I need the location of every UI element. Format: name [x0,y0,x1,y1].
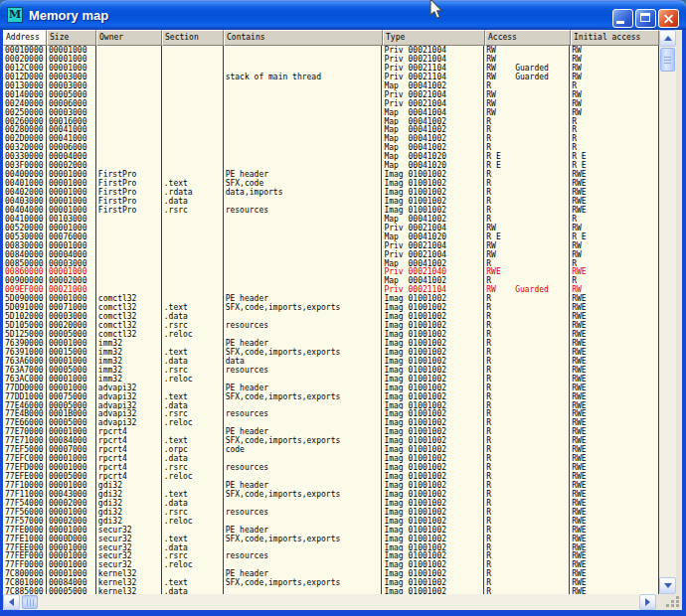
table-row[interactable]: 77E4B000 0001B000 advapi32 .rsrc resourc… [3,409,658,418]
table-row[interactable]: 77FEF000 00001000 secur32 .rsrc resource… [3,551,658,560]
cell-type: Imag 01001002 [382,578,484,587]
table-row[interactable]: 00400000 00001000 FirstPro PE header Ima… [3,170,658,179]
table-row[interactable]: 77EFE000 00005000 rpcrt4 .reloc Imag 010… [3,472,658,481]
scroll-left-button[interactable] [3,594,20,610]
table-row[interactable]: 7C801000 00084000 kernel32 .text SFX,cod… [3,578,658,587]
table-row[interactable]: 00020000 00001000 Priv 00021004 RW RW [3,55,658,64]
table-row[interactable]: 77FF0000 00001000 secur32 .reloc Imag 01… [3,560,658,569]
table-row[interactable]: 77F57000 00002000 gdi32 .reloc Imag 0100… [3,517,658,526]
table-row[interactable]: 5D091000 00071000 comctl32 .text SFX,cod… [3,303,658,312]
column-header-access[interactable]: Access [485,30,571,46]
horizontal-scrollbar-thumb[interactable] [22,595,38,609]
table-row[interactable]: 77DD1000 00075000 advapi32 .text SFX,cod… [3,392,658,401]
cell-section [162,108,224,117]
table-row[interactable]: 77FE1000 0000D000 secur32 .text SFX,code… [3,535,658,543]
table-row[interactable]: 77FEE000 00001000 secur32 .data Imag 010… [3,543,658,552]
scroll-up-button[interactable] [659,30,676,47]
table-row[interactable]: 00530000 00076000 Map 00041020 R E R E [3,232,658,241]
scroll-right-button[interactable] [639,594,656,610]
table-row[interactable]: 00520000 00001000 Priv 00021004 RW RW [3,224,658,232]
table-row[interactable]: 77F56000 00001000 gdi32 .rsrc resources … [3,508,658,517]
column-header-section[interactable]: Section [162,30,224,46]
table-row[interactable]: 76390000 00001000 imm32 PE header Imag 0… [3,339,658,348]
table-row[interactable]: 5D090000 00001000 comctl32 PE header Ima… [3,294,658,303]
cell-owner: gdi32 [96,499,162,508]
table-row[interactable]: 77F54000 00002000 gdi32 .data Imag 01001… [3,499,658,508]
cell-contains [224,64,383,73]
table-row[interactable]: 00402000 00001000 FirstPro .rdata data,i… [3,188,658,197]
column-header-contains[interactable]: Contains [224,30,383,46]
cell-access: R [484,578,570,587]
table-row[interactable]: 5D105000 00020000 comctl32 .rsrc resourc… [3,321,658,330]
table-row[interactable]: 00250000 00003000 Map 00041004 RW RW [3,108,658,117]
cell-type: Map 00041002 [382,215,484,224]
table-row[interactable]: 002D0000 00041000 Map 00041002 R R [3,134,658,143]
table-row[interactable]: 763A7000 00005000 imm32 .rsrc resources … [3,366,658,375]
cell-access: R [484,375,570,384]
cell-contains [224,560,383,569]
table-row[interactable]: 77E71000 00084000 rpcrt4 .text SFX,code,… [3,436,658,445]
cell-type: Map 00041002 [382,117,484,126]
cell-initial-access: RW [570,108,658,117]
table-row[interactable]: 00840000 00004000 Priv 00021004 RW RW [3,250,658,259]
table-row[interactable]: 7C885000 00005000 kernel32 .data Imag 01… [3,587,658,594]
scroll-down-button[interactable] [659,577,676,594]
table-row[interactable]: 77F10000 00001000 gdi32 PE header Imag 0… [3,481,658,490]
table-row[interactable]: 009EF000 00021000 Priv 00021104 RW Guard… [3,285,658,294]
table-row[interactable]: 77EFD000 00001000 rpcrt4 .rsrc resources… [3,463,658,472]
close-button[interactable] [658,9,679,28]
table-row[interactable]: 77DD0000 00001000 advapi32 PE header Ima… [3,384,658,392]
cell-size: 00002000 [47,499,96,508]
table-row[interactable]: 763AC000 00001000 imm32 .reloc Imag 0100… [3,375,658,384]
cell-section [162,224,224,232]
cell-contains [224,587,383,594]
cell-contains: SFX,code,imports,exports [224,348,383,357]
table-row[interactable]: 77EF5000 00007000 rpcrt4 .orpc code Imag… [3,445,658,454]
table-row[interactable]: 0012C000 00001000 Priv 00021104 RW Guard… [3,64,658,73]
minimize-button[interactable] [612,9,633,28]
resize-grip[interactable] [666,596,680,608]
table-row[interactable]: 77E46000 00005000 advapi32 .data Imag 01… [3,401,658,410]
table-row[interactable]: 00240000 00006000 Priv 00021004 RW RW [3,99,658,108]
table-row[interactable]: 00330000 00004000 Map 00041020 R E R E [3,152,658,161]
table-row[interactable]: 00900000 00002000 Map 00041002 R R [3,276,658,285]
table-row[interactable]: 00401000 00001000 FirstPro .text SFX,cod… [3,179,658,188]
table-row[interactable]: 00830000 00001000 Priv 00021004 RW RW [3,241,658,250]
table-row[interactable]: 00850000 00003000 Map 00041002 R R [3,259,658,268]
table-row[interactable]: 77FE0000 00001000 secur32 PE header Imag… [3,526,658,535]
table-row[interactable]: 7C800000 00001000 kernel32 PE header Ima… [3,569,658,578]
table-row[interactable]: 00280000 00041000 Map 00041002 R R [3,125,658,134]
maximize-button[interactable] [635,9,656,28]
table-row[interactable]: 00140000 00005000 Priv 00021004 RW RW [3,90,658,99]
table-row[interactable]: 00320000 00006000 Map 00041002 R R [3,143,658,152]
cell-section [162,215,224,224]
vertical-scrollbar[interactable] [659,30,676,594]
table-row[interactable]: 5D102000 00003000 comctl32 .data Imag 01… [3,312,658,321]
table-row[interactable]: 763A6000 00001000 imm32 .data data Imag … [3,357,658,366]
table-row[interactable]: 00404000 00001000 FirstPro .rsrc resourc… [3,206,658,215]
table-row[interactable]: 77E66000 00005000 advapi32 .reloc Imag 0… [3,418,658,427]
table-row[interactable]: 0012D000 00003000 stack of main thread P… [3,73,658,81]
table-row[interactable]: 77F11000 00043000 gdi32 .text SFX,code,i… [3,490,658,499]
table-row[interactable]: 76391000 00015000 imm32 .text SFX,code,i… [3,348,658,357]
table-row[interactable]: 77E70000 00001000 rpcrt4 PE header Imag … [3,427,658,436]
table-row[interactable]: 00410000 00103000 Map 00041002 R R [3,215,658,224]
column-header-address[interactable]: Address [3,30,47,46]
titlebar[interactable]: M Memory map [0,0,686,30]
table-row[interactable]: 00403000 00001000 FirstPro .data Imag 01… [3,197,658,206]
table-row[interactable]: 77EFC000 00001000 rpcrt4 .data Imag 0100… [3,454,658,463]
column-header-initial-access[interactable]: Initial access [571,30,659,46]
table-row[interactable]: 5D125000 00005000 comctl32 .reloc Imag 0… [3,330,658,339]
table-row[interactable]: 00010000 00001000 Priv 00021004 RW RW [3,46,658,55]
cell-section: .rsrc [162,508,224,517]
cell-access: RW Guarded [484,64,570,73]
column-header-owner[interactable]: Owner [96,30,162,46]
horizontal-scrollbar[interactable] [3,594,656,610]
column-header-type[interactable]: Type [383,30,485,46]
table-row[interactable]: 00130000 00003000 Map 00041002 R R [3,81,658,90]
vertical-scrollbar-thumb[interactable] [660,48,675,72]
table-row[interactable]: 003F0000 00002000 Map 00041020 R E R E [3,161,658,170]
table-row[interactable]: 00860000 00001000 Priv 00021040 RWE RWE [3,267,658,276]
column-header-size[interactable]: Size [47,30,96,46]
table-row[interactable]: 00260000 00016000 Map 00041002 R R [3,117,658,126]
